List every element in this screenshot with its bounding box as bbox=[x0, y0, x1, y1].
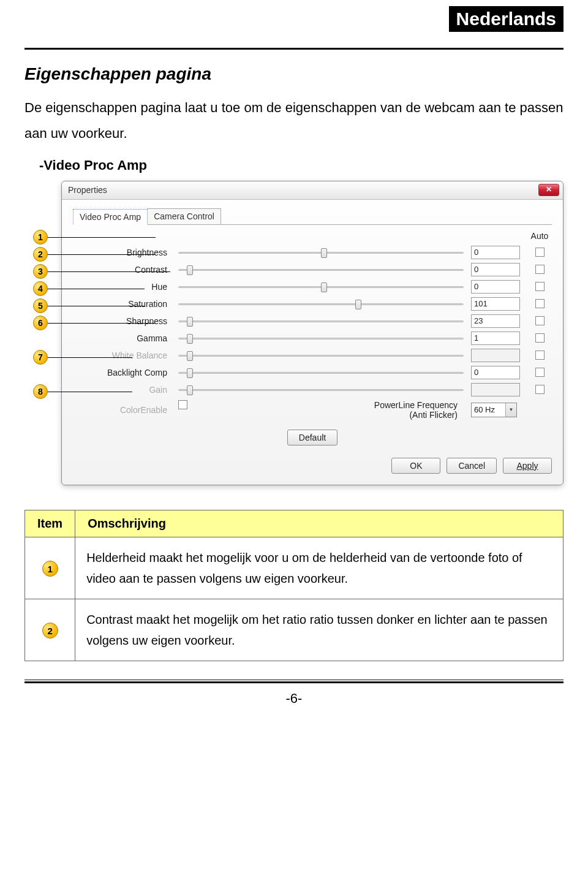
label-contrast: Contrast bbox=[73, 265, 171, 275]
auto-hue[interactable] bbox=[535, 282, 545, 291]
callout-2: 2 bbox=[33, 247, 48, 262]
row-desc-1: Helderheid maakt het mogelijk voor u om … bbox=[75, 537, 564, 599]
auto-header: Auto bbox=[527, 231, 552, 242]
label-hue: Hue bbox=[73, 282, 171, 292]
tab-video-proc-amp[interactable]: Video Proc Amp bbox=[73, 209, 148, 225]
label-powerline: PowerLine Frequency (Anti Flicker) bbox=[178, 400, 464, 420]
auto-contrast[interactable] bbox=[535, 265, 545, 274]
table-row: 2 Contrast maakt het mogelijk om het rat… bbox=[25, 599, 564, 661]
footer-rule bbox=[24, 680, 564, 683]
chevron-down-icon: ▼ bbox=[505, 403, 516, 417]
intro-text: De eigenschappen pagina laat u toe om de… bbox=[24, 95, 564, 146]
slider-hue[interactable] bbox=[178, 281, 464, 293]
value-brightness[interactable]: 0 bbox=[471, 246, 520, 259]
callout-5: 5 bbox=[33, 298, 48, 313]
sub-heading: -Video Proc Amp bbox=[39, 157, 564, 173]
leader-8 bbox=[48, 392, 132, 392]
slider-gain bbox=[178, 384, 464, 396]
slider-white-balance bbox=[178, 349, 464, 362]
slider-contrast[interactable] bbox=[178, 263, 464, 276]
callout-3: 3 bbox=[33, 264, 48, 279]
value-gain bbox=[471, 383, 520, 396]
slider-brightness[interactable] bbox=[178, 246, 464, 259]
ok-button[interactable]: OK bbox=[391, 458, 440, 474]
leader-4 bbox=[48, 289, 145, 289]
value-white-balance bbox=[471, 349, 520, 362]
slider-saturation[interactable] bbox=[178, 298, 464, 310]
section-title: Eigenschappen pagina bbox=[24, 64, 564, 84]
slider-gamma[interactable] bbox=[178, 332, 464, 344]
dialog-titlebar: Properties ✕ bbox=[62, 181, 563, 200]
properties-dialog: Properties ✕ Video Proc Amp Camera Contr… bbox=[61, 181, 564, 485]
slider-backlight[interactable] bbox=[178, 366, 464, 379]
auto-backlight[interactable] bbox=[535, 368, 545, 377]
label-saturation: Saturation bbox=[73, 299, 171, 309]
callout-7: 7 bbox=[33, 350, 48, 365]
leader-1 bbox=[48, 237, 156, 238]
callout-6: 6 bbox=[33, 316, 48, 330]
language-badge: Nederlands bbox=[449, 6, 564, 32]
label-backlight: Backlight Comp bbox=[73, 368, 171, 377]
tab-camera-control[interactable]: Camera Control bbox=[147, 208, 221, 224]
default-button[interactable]: Default bbox=[287, 430, 337, 445]
powerline-value: 60 Hz bbox=[474, 405, 495, 414]
close-button[interactable]: ✕ bbox=[538, 184, 559, 196]
row-badge-2: 2 bbox=[42, 623, 58, 639]
th-item: Item bbox=[25, 510, 75, 537]
cancel-button[interactable]: Cancel bbox=[447, 458, 497, 474]
powerline-sub: (Anti Flicker) bbox=[409, 410, 458, 420]
callout-8: 8 bbox=[33, 384, 48, 399]
label-gamma: Gamma bbox=[73, 333, 171, 343]
description-table: Item Omschrijving 1 Helderheid maakt het… bbox=[24, 510, 564, 661]
row-desc-2: Contrast maakt het mogelijk om het ratio… bbox=[75, 599, 564, 661]
powerline-dropdown[interactable]: 60 Hz ▼ bbox=[471, 403, 517, 417]
value-contrast[interactable]: 0 bbox=[471, 263, 520, 276]
auto-saturation[interactable] bbox=[535, 299, 545, 308]
auto-sharpness[interactable] bbox=[535, 316, 545, 325]
callout-1: 1 bbox=[33, 230, 48, 245]
close-icon: ✕ bbox=[546, 185, 552, 194]
checkbox-color-enable[interactable] bbox=[178, 400, 187, 409]
leader-5 bbox=[48, 306, 145, 306]
label-white-balance: White Balance bbox=[73, 351, 171, 360]
row-badge-1: 1 bbox=[42, 561, 58, 577]
auto-brightness[interactable] bbox=[535, 248, 545, 257]
callouts-layer: 1 2 3 4 5 6 7 8 bbox=[24, 181, 61, 485]
dialog-title: Properties bbox=[68, 185, 107, 195]
value-backlight[interactable]: 0 bbox=[471, 366, 520, 379]
powerline-label: PowerLine Frequency bbox=[374, 400, 458, 410]
value-sharpness[interactable]: 23 bbox=[471, 314, 520, 328]
auto-white-balance[interactable] bbox=[535, 351, 545, 360]
leader-3 bbox=[48, 271, 170, 272]
apply-button[interactable]: Apply bbox=[503, 458, 552, 474]
value-saturation[interactable]: 101 bbox=[471, 297, 520, 311]
slider-sharpness[interactable] bbox=[178, 315, 464, 327]
callout-4: 4 bbox=[33, 281, 48, 296]
th-desc: Omschrijving bbox=[75, 510, 564, 537]
leader-7 bbox=[48, 357, 132, 358]
label-color-enable: ColorEnable bbox=[73, 405, 171, 415]
label-brightness: Brightness bbox=[73, 248, 171, 257]
leader-2 bbox=[48, 254, 156, 255]
label-gain: Gain bbox=[73, 385, 171, 395]
top-rule bbox=[24, 48, 564, 50]
page-number: -6- bbox=[24, 691, 564, 707]
label-sharpness: Sharpness bbox=[73, 316, 171, 326]
leader-6 bbox=[48, 323, 156, 324]
value-gamma[interactable]: 1 bbox=[471, 332, 520, 345]
auto-gain[interactable] bbox=[535, 385, 545, 394]
table-row: 1 Helderheid maakt het mogelijk voor u o… bbox=[25, 537, 564, 599]
auto-gamma[interactable] bbox=[535, 333, 545, 343]
value-hue[interactable]: 0 bbox=[471, 280, 520, 294]
